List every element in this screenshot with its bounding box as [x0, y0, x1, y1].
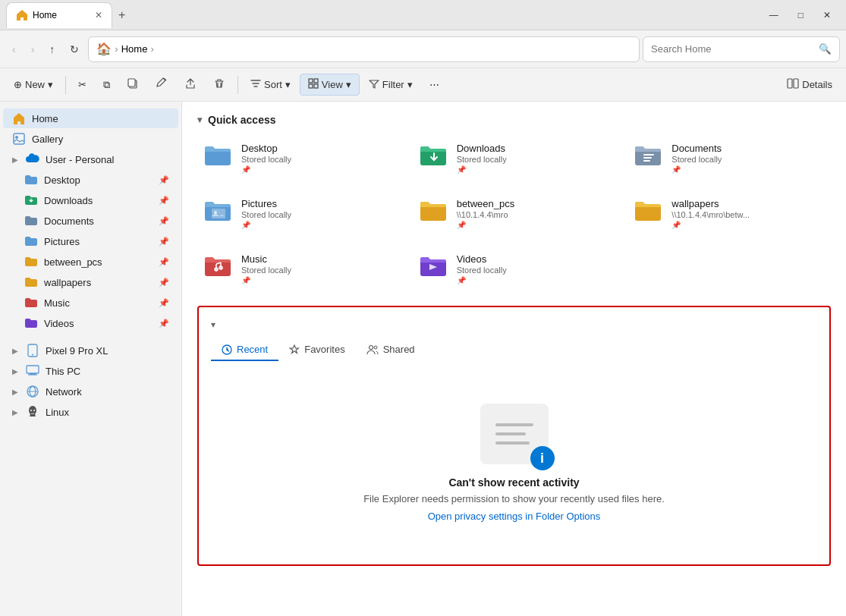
tab-close-button[interactable]: ✕	[95, 10, 102, 20]
expand-icon: ▶	[12, 367, 18, 376]
pin-icon: 📌	[159, 196, 169, 206]
svg-rect-4	[309, 84, 313, 88]
sidebar-item-network[interactable]: ▶ Network	[3, 382, 178, 401]
empty-icon-container: i	[480, 404, 549, 464]
sidebar-item-pictures[interactable]: Pictures 📌	[3, 231, 178, 251]
folder-path: \\10.1.4.4\mro	[457, 210, 515, 219]
desktop-folder-icon	[203, 143, 234, 170]
quick-access-collapse[interactable]: ▾	[197, 115, 202, 125]
wallpapers-folder-icon	[634, 198, 664, 225]
new-label: New	[25, 79, 45, 90]
new-tab-button[interactable]: +	[112, 5, 131, 25]
toolbar: ⊕ New ▾ ✂ ⧉ Sort ▾	[0, 68, 846, 102]
quick-access-title: Quick access	[208, 114, 276, 126]
paste-button[interactable]	[119, 74, 146, 96]
view-button[interactable]: View ▾	[300, 74, 360, 96]
more-button[interactable]: ⋯	[422, 75, 447, 94]
svg-point-23	[374, 346, 377, 349]
sidebar-item-user-personal[interactable]: ▶ User - Personal	[3, 149, 178, 169]
rename-button[interactable]	[148, 74, 175, 96]
share-button[interactable]	[177, 74, 204, 96]
sidebar-item-label: Gallery	[32, 134, 63, 145]
folder-name: Downloads	[457, 143, 507, 154]
folder-path: Stored locally	[457, 155, 507, 164]
search-input[interactable]	[651, 43, 814, 55]
back-button[interactable]: ‹	[6, 39, 22, 60]
folder-item-music[interactable]: Music Stored locally 📌	[197, 247, 401, 291]
forward-button[interactable]: ›	[25, 39, 41, 60]
sidebar-item-gallery[interactable]: Gallery	[3, 129, 178, 149]
sort-button[interactable]: Sort ▾	[243, 74, 298, 95]
folder-name: wallpapers	[671, 198, 750, 209]
details-button[interactable]: Details	[779, 74, 840, 96]
folder-item-downloads[interactable]: Downloads Stored locally 📌	[413, 137, 616, 180]
sidebar-item-desktop[interactable]: Desktop 📌	[3, 170, 178, 190]
sidebar-item-documents[interactable]: Documents 📌	[3, 211, 178, 231]
sidebar-item-between-pcs[interactable]: between_pcs 📌	[3, 252, 178, 272]
tab-favorites[interactable]: Favorites	[278, 339, 355, 361]
minimize-button[interactable]: —	[760, 3, 788, 27]
open-privacy-settings-link[interactable]: Open privacy settings in Folder Options	[428, 511, 601, 522]
svg-rect-18	[643, 160, 650, 162]
sidebar-item-label: between_pcs	[44, 256, 102, 268]
folder-pin: 📌	[457, 165, 507, 174]
cut-button[interactable]: ✂	[71, 75, 94, 94]
folder-name: between_pcs	[457, 198, 515, 209]
sidebar-item-label: Pictures	[44, 236, 80, 247]
downloads-folder-icon	[24, 193, 38, 207]
sidebar-item-videos[interactable]: Videos 📌	[3, 313, 178, 333]
sidebar-item-pixel9[interactable]: ▶ Pixel 9 Pro XL	[3, 341, 178, 360]
close-button[interactable]: ✕	[814, 3, 840, 27]
refresh-button[interactable]: ↻	[64, 39, 85, 60]
folder-path: Stored locally	[457, 266, 507, 275]
rename-icon	[156, 77, 168, 92]
recent-collapse[interactable]: ▾	[211, 319, 215, 330]
filter-label: Filter	[382, 79, 404, 90]
share-icon	[184, 77, 197, 92]
folder-item-videos[interactable]: Videos Stored locally 📌	[413, 247, 616, 291]
folder-pin: 📌	[241, 165, 291, 174]
tab-recent[interactable]: Recent	[211, 339, 278, 361]
tab-shared[interactable]: Shared	[356, 339, 426, 361]
between-pcs-folder-icon	[24, 255, 38, 269]
wallpapers-folder-icon	[24, 275, 38, 289]
maximize-button[interactable]: □	[789, 3, 813, 27]
folder-item-documents[interactable]: Documents Stored locally 📌	[627, 137, 831, 180]
search-button[interactable]: 🔍	[819, 43, 832, 55]
folder-info: Pictures Stored locally 📌	[241, 198, 291, 229]
breadcrumb-end-sep: ›	[150, 43, 153, 55]
sidebar-item-this-pc[interactable]: ▶ This PC	[3, 361, 178, 381]
home-icon: 🏠	[96, 42, 112, 56]
svg-rect-7	[794, 79, 798, 88]
music-folder-icon	[203, 253, 234, 281]
home-tab[interactable]: Home ✕	[6, 2, 112, 28]
sidebar-item-wallpapers[interactable]: wallpapers 📌	[3, 272, 178, 292]
sidebar-item-home[interactable]: Home	[3, 108, 178, 128]
sidebar-item-label: This PC	[46, 366, 80, 377]
folder-item-desktop[interactable]: Desktop Stored locally 📌	[197, 137, 401, 180]
delete-button[interactable]	[206, 74, 233, 96]
folder-path: Stored locally	[241, 210, 291, 219]
svg-rect-2	[309, 79, 313, 83]
quick-access-header: ▾ Quick access	[197, 114, 831, 126]
up-button[interactable]: ↑	[43, 39, 61, 60]
folder-item-wallpapers[interactable]: wallpapers \\10.1.4.4\mro\betw... 📌	[627, 192, 831, 235]
new-icon: ⊕	[14, 79, 22, 90]
breadcrumb[interactable]: 🏠 › Home ›	[88, 36, 640, 62]
copy-button[interactable]: ⧉	[96, 75, 118, 95]
folder-item-pictures[interactable]: Pictures Stored locally 📌	[197, 192, 401, 235]
folder-name: Documents	[671, 143, 722, 154]
sidebar-item-downloads[interactable]: Downloads 📌	[3, 190, 178, 210]
new-button[interactable]: ⊕ New ▾	[6, 75, 61, 94]
sidebar-item-linux[interactable]: ▶ Linux	[3, 402, 178, 422]
folder-pin: 📌	[241, 221, 291, 229]
recent-tabs: Recent Favorites Shared	[211, 339, 817, 361]
empty-description: File Explorer needs permission to show y…	[363, 493, 665, 504]
folder-item-between-pcs[interactable]: between_pcs \\10.1.4.4\mro 📌	[413, 192, 616, 235]
address-bar: ‹ › ↑ ↻ 🏠 › Home › 🔍	[0, 30, 846, 68]
sidebar-item-label: Pixel 9 Pro XL	[46, 345, 108, 357]
sidebar-item-music[interactable]: Music 📌	[3, 293, 178, 313]
music-folder-icon	[24, 296, 38, 310]
filter-button[interactable]: Filter ▾	[361, 74, 420, 95]
svg-point-15	[33, 410, 35, 411]
